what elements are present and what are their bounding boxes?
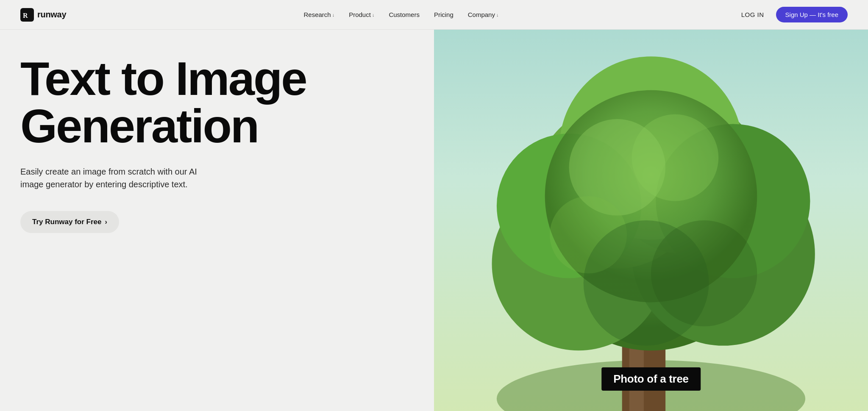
brand-name: runway (37, 10, 66, 19)
tree-image-background: Photo of a tree (434, 30, 868, 411)
navbar: R runway Research ↓ Product ↓ Customers … (0, 0, 868, 30)
hero-content: Text to Image Generation Easily create a… (0, 30, 477, 411)
tree-illustration (434, 30, 868, 411)
research-chevron-icon: ↓ (332, 12, 335, 17)
nav-pricing[interactable]: Pricing (428, 8, 459, 22)
hero-image: Photo of a tree (434, 30, 868, 411)
navbar-actions: LOG IN Sign Up — It's free (736, 7, 848, 22)
try-free-button[interactable]: Try Runway for Free › (20, 211, 119, 233)
svg-point-16 (632, 114, 718, 201)
main-nav: Research ↓ Product ↓ Customers Pricing C… (298, 8, 504, 22)
svg-point-19 (651, 220, 757, 326)
cta-chevron-icon: › (105, 218, 107, 226)
svg-text:R: R (23, 12, 28, 19)
brand-logo[interactable]: R runway (20, 8, 66, 22)
runway-logo-icon: R (20, 8, 34, 22)
product-chevron-icon: ↓ (372, 12, 375, 17)
nav-research[interactable]: Research ↓ (298, 8, 340, 22)
hero-subtitle: Easily create an image from scratch with… (20, 165, 207, 191)
hero-title: Text to Image Generation (20, 55, 457, 150)
nav-product[interactable]: Product ↓ (343, 8, 380, 22)
nav-company[interactable]: Company ↓ (462, 8, 505, 22)
signup-button[interactable]: Sign Up — It's free (776, 7, 848, 22)
nav-customers[interactable]: Customers (383, 8, 426, 22)
company-chevron-icon: ↓ (496, 12, 499, 17)
image-caption: Photo of a tree (601, 367, 701, 391)
hero-section: Text to Image Generation Easily create a… (0, 30, 868, 411)
login-button[interactable]: LOG IN (736, 8, 769, 22)
